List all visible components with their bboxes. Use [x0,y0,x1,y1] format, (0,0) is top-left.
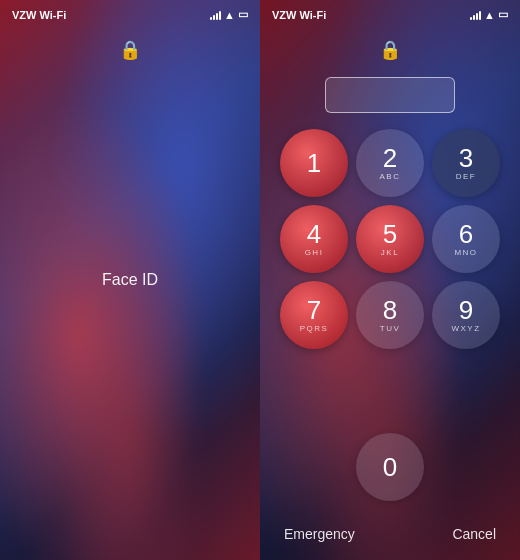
right-status-icons: ▲ ▭ [470,8,508,21]
face-id-label: Face ID [102,271,158,289]
zero-row: 0 [356,433,424,501]
right-status-bar: VZW Wi-Fi ▲ ▭ [260,0,520,25]
lock-icon-left: 🔒 [119,39,141,61]
key-3[interactable]: 3 DEF [432,129,500,197]
right-content: VZW Wi-Fi ▲ ▭ 🔒 1 2 [260,0,520,560]
key-7[interactable]: 7 PQRS [280,281,348,349]
left-lock-screen: VZW Wi-Fi ▲ ▭ 🔒 Face ID [0,0,260,560]
left-content: VZW Wi-Fi ▲ ▭ 🔒 Face ID [0,0,260,560]
key-6[interactable]: 6 MNO [432,205,500,273]
battery-icon-right: ▭ [498,8,508,21]
key-0[interactable]: 0 [356,433,424,501]
bottom-bar: Emergency Cancel [260,526,520,542]
wifi-icon-right: ▲ [484,9,495,21]
left-status-bar: VZW Wi-Fi ▲ ▭ [0,0,260,25]
emergency-button[interactable]: Emergency [284,526,355,542]
signal-strength-icon [210,10,221,20]
lock-icon-right: 🔒 [379,39,401,61]
wifi-icon: ▲ [224,9,235,21]
keypad: 1 2 ABC 3 DEF 4 GHI 5 JKL 6 MNO [280,129,500,425]
key-2[interactable]: 2 ABC [356,129,424,197]
left-status-icons: ▲ ▭ [210,8,248,21]
key-9[interactable]: 9 WXYZ [432,281,500,349]
key-8[interactable]: 8 TUV [356,281,424,349]
key-5[interactable]: 5 JKL [356,205,424,273]
signal-strength-icon-right [470,10,481,20]
key-4[interactable]: 4 GHI [280,205,348,273]
battery-icon: ▭ [238,8,248,21]
left-carrier: VZW Wi-Fi [12,9,66,21]
cancel-button[interactable]: Cancel [452,526,496,542]
right-passcode-screen: VZW Wi-Fi ▲ ▭ 🔒 1 2 [260,0,520,560]
right-carrier: VZW Wi-Fi [272,9,326,21]
passcode-field[interactable] [325,77,455,113]
key-1[interactable]: 1 [280,129,348,197]
